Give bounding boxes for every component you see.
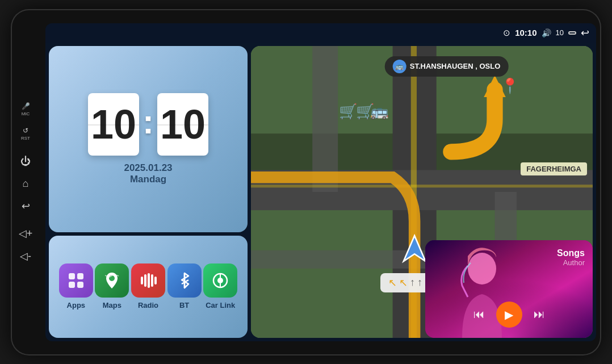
nav-location-icon: 🚌 bbox=[393, 60, 406, 73]
clock-separator: : bbox=[142, 105, 154, 139]
maps-icon bbox=[95, 263, 129, 298]
svg-rect-18 bbox=[148, 273, 150, 288]
svg-rect-11 bbox=[69, 273, 75, 279]
main-screen: ⊙ 10:10 🔊 10 ↩ 10 : 10 2025.01.23 Mandag bbox=[45, 23, 596, 341]
clock-day: Mandag bbox=[124, 174, 172, 185]
play-button[interactable]: ▶ bbox=[496, 302, 522, 328]
map-pin-1: 🛒 bbox=[339, 103, 357, 120]
bt-icon bbox=[167, 263, 202, 298]
lane-arrow-left2: ↖ bbox=[399, 277, 408, 289]
maps-label: Maps bbox=[103, 301, 121, 309]
clock-hour: 10 bbox=[88, 93, 139, 156]
svg-rect-17 bbox=[144, 274, 146, 287]
clock-date: 2025.01.23 bbox=[124, 162, 172, 174]
music-widget[interactable]: Songs Author ⏮ ▶ ⏭ bbox=[425, 240, 593, 338]
clock-date-block: 2025.01.23 Mandag bbox=[124, 162, 172, 185]
map-pin-4: 📍 bbox=[501, 77, 519, 95]
svg-rect-19 bbox=[151, 274, 153, 287]
home-side-button[interactable]: ⌂ bbox=[23, 178, 29, 190]
svg-rect-8 bbox=[251, 185, 593, 187]
app-item-bt[interactable]: BT bbox=[167, 263, 202, 309]
music-author: Author bbox=[557, 258, 585, 267]
back-side-button[interactable]: ↩ bbox=[22, 200, 30, 212]
lane-arrow-up1: ↑ bbox=[410, 277, 415, 288]
nav-street-label: FAGERHEIMGA bbox=[521, 162, 587, 175]
flip-clock: 10 : 10 bbox=[88, 93, 208, 156]
svg-rect-20 bbox=[154, 277, 157, 284]
map-pin-3: 🚌 bbox=[370, 103, 388, 120]
svg-point-22 bbox=[217, 278, 223, 283]
app-item-radio[interactable]: Radio bbox=[131, 263, 165, 309]
mic-label: MIC bbox=[22, 111, 30, 116]
svg-rect-14 bbox=[77, 282, 83, 288]
app-item-carlink[interactable]: Car Link bbox=[203, 263, 237, 309]
status-time: 10:10 bbox=[515, 28, 536, 37]
rst-button[interactable]: ↺ RST bbox=[21, 127, 30, 141]
music-song-title: Songs bbox=[557, 248, 585, 258]
radio-label: Radio bbox=[138, 301, 158, 309]
apps-row: Apps Maps bbox=[49, 236, 248, 338]
carlink-label: Car Link bbox=[206, 301, 235, 309]
vol-down-button[interactable]: ◁- bbox=[20, 250, 31, 262]
svg-rect-13 bbox=[69, 282, 75, 288]
volume-icon: 🔊 bbox=[542, 28, 551, 37]
music-controls: ⏮ ▶ ⏭ bbox=[425, 302, 593, 328]
lane-arrow-left1: ↖ bbox=[388, 277, 397, 289]
svg-rect-16 bbox=[141, 277, 143, 284]
device-body: 🎤 MIC ↺ RST ⏻ ⌂ ↩ ◁+ ◁- ⊙ 10:10 🔊 bbox=[11, 9, 601, 355]
svg-rect-4 bbox=[312, 46, 338, 192]
svg-point-25 bbox=[468, 253, 496, 284]
mic-button[interactable]: 🎤 MIC bbox=[22, 102, 30, 116]
app-item-apps[interactable]: Apps bbox=[59, 263, 93, 309]
lane-arrow-up2: ↑ bbox=[417, 277, 422, 288]
clock-widget: 10 : 10 2025.01.23 Mandag bbox=[49, 46, 248, 232]
carlink-icon bbox=[203, 263, 237, 298]
next-button[interactable]: ⏭ bbox=[534, 308, 545, 321]
svg-rect-12 bbox=[77, 273, 83, 279]
bt-label: BT bbox=[179, 301, 189, 309]
apps-label: Apps bbox=[67, 301, 86, 309]
gps-icon: ⊙ bbox=[503, 28, 510, 38]
battery-icon bbox=[568, 31, 576, 35]
back-status-icon[interactable]: ↩ bbox=[581, 27, 589, 39]
radio-icon bbox=[131, 263, 165, 298]
prev-button[interactable]: ⏮ bbox=[473, 308, 485, 321]
apps-icon bbox=[59, 263, 93, 298]
nav-location-text: ST.HANSHAUGEN , OSLO bbox=[410, 62, 501, 70]
music-info: Songs Author bbox=[557, 248, 585, 267]
svg-point-15 bbox=[109, 275, 115, 281]
rst-label: RST bbox=[21, 136, 30, 141]
power-button[interactable]: ⏻ bbox=[20, 156, 31, 168]
nav-location-tooltip: 🚌 ST.HANSHAUGEN , OSLO bbox=[385, 56, 509, 77]
status-bar: ⊙ 10:10 🔊 10 ↩ bbox=[45, 23, 596, 43]
clock-minute: 10 bbox=[157, 93, 208, 156]
app-item-maps[interactable]: Maps bbox=[95, 263, 129, 309]
vol-up-button[interactable]: ◁+ bbox=[19, 227, 33, 240]
side-buttons-panel: 🎤 MIC ↺ RST ⏻ ⌂ ↩ ◁+ ◁- bbox=[11, 97, 40, 268]
volume-level: 10 bbox=[556, 28, 564, 37]
